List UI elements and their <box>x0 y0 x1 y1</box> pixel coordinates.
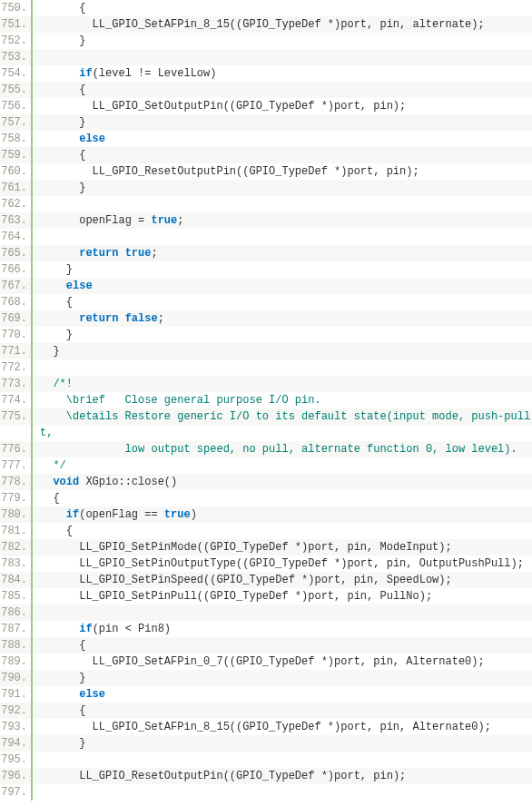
line-number: 765. <box>0 245 33 261</box>
code-content: } <box>33 343 532 359</box>
code-line: 782. LL_GPIO_SetPinMode((GPIO_TypeDef *)… <box>0 539 532 555</box>
line-number: 754. <box>0 65 33 82</box>
code-line: 785. LL_GPIO_SetPinPull((GPIO_TypeDef *)… <box>0 588 532 604</box>
code-line: 762. <box>0 196 532 212</box>
code-content: } <box>33 327 532 343</box>
line-number: 777. <box>0 457 33 474</box>
code-line: 784. LL_GPIO_SetPinSpeed((GPIO_TypeDef *… <box>0 572 532 588</box>
code-listing: 750. {751. LL_GPIO_SetAFPin_8_15((GPIO_T… <box>0 0 532 801</box>
line-number: 789. <box>0 654 33 670</box>
line-number: 775. <box>0 408 33 425</box>
line-number: 750. <box>0 0 33 16</box>
code-content: { <box>33 523 532 539</box>
line-number: 753. <box>0 49 33 65</box>
code-line: 775. \details Restore generic I/O to its… <box>0 408 532 425</box>
code-line: 773. /*! <box>0 376 532 392</box>
code-content: } <box>33 33 532 49</box>
code-content: if(openFlag == true) <box>33 506 532 523</box>
code-line: 761. } <box>0 180 532 196</box>
code-line: 777. */ <box>0 457 532 474</box>
code-content: { <box>33 294 532 310</box>
code-line: 786. <box>0 604 532 621</box>
code-content: } <box>33 114 532 131</box>
code-content: LL_GPIO_SetPinPull((GPIO_TypeDef *)port,… <box>33 588 532 604</box>
line-number: 797. <box>0 784 33 801</box>
code-line: 765. return true; <box>0 245 532 261</box>
code-line: 766. } <box>0 261 532 278</box>
code-line: 796. LL_GPIO_ResetOutputPin((GPIO_TypeDe… <box>0 768 532 784</box>
code-content: { <box>33 490 532 506</box>
code-content: } <box>33 670 532 686</box>
code-content: LL_GPIO_SetPinMode((GPIO_TypeDef *)port,… <box>33 539 532 555</box>
code-content: return true; <box>33 245 532 261</box>
code-line: 783. LL_GPIO_SetPinOutputType((GPIO_Type… <box>0 555 532 572</box>
code-line: 776. low output speed, no pull, alternat… <box>0 441 532 457</box>
line-number: 760. <box>0 163 33 180</box>
code-content: openFlag = true; <box>33 212 532 229</box>
code-content <box>33 604 532 621</box>
code-line: 790. } <box>0 670 532 686</box>
code-content: */ <box>33 457 532 474</box>
code-content <box>33 752 532 768</box>
code-content: void XGpio::close() <box>33 474 532 490</box>
line-number: 758. <box>0 131 33 147</box>
code-content: LL_GPIO_SetAFPin_8_15((GPIO_TypeDef *)po… <box>33 16 532 33</box>
line-number: 790. <box>0 670 33 686</box>
code-content: } <box>33 180 532 196</box>
code-content: else <box>33 131 532 147</box>
line-number: 796. <box>0 768 33 784</box>
code-content: LL_GPIO_SetPinOutputType((GPIO_TypeDef *… <box>33 555 532 572</box>
code-content: { <box>33 82 532 98</box>
code-line: 760. LL_GPIO_ResetOutputPin((GPIO_TypeDe… <box>0 163 532 180</box>
code-content: if(level != LevelLow) <box>33 65 532 82</box>
code-content: { <box>33 147 532 163</box>
line-number: 793. <box>0 719 33 735</box>
code-content: LL_GPIO_SetPinSpeed((GPIO_TypeDef *)port… <box>33 572 532 588</box>
line-number: 779. <box>0 490 33 506</box>
code-content: { <box>33 637 532 654</box>
line-number: 770. <box>0 327 33 343</box>
code-line: 764. <box>0 229 532 245</box>
code-line: 788. { <box>0 637 532 654</box>
line-number: 785. <box>0 588 33 604</box>
code-line: 769. return false; <box>0 310 532 327</box>
code-content: LL_GPIO_ResetOutputPin((GPIO_TypeDef *)p… <box>33 163 532 180</box>
code-content: /*! <box>33 376 532 392</box>
line-number: 774. <box>0 392 33 408</box>
code-line: 771. } <box>0 343 532 359</box>
code-content: if(pin < Pin8) <box>33 621 532 637</box>
line-number: 782. <box>0 539 33 555</box>
code-content: LL_GPIO_ResetOutputPin((GPIO_TypeDef *)p… <box>33 768 532 784</box>
line-number: 757. <box>0 114 33 131</box>
code-content <box>33 784 532 801</box>
line-number: 784. <box>0 572 33 588</box>
code-line: 768. { <box>0 294 532 310</box>
code-line: 795. <box>0 752 532 768</box>
code-line: 789. LL_GPIO_SetAFPin_0_7((GPIO_TypeDef … <box>0 654 532 670</box>
code-content: return false; <box>33 310 532 327</box>
code-line: 770. } <box>0 327 532 343</box>
code-content <box>33 49 532 65</box>
code-content: LL_GPIO_SetAFPin_0_7((GPIO_TypeDef *)por… <box>33 654 532 670</box>
code-content: LL_GPIO_SetAFPin_8_15((GPIO_TypeDef *)po… <box>33 719 532 735</box>
code-line: 793. LL_GPIO_SetAFPin_8_15((GPIO_TypeDef… <box>0 719 532 735</box>
line-number: 781. <box>0 523 33 539</box>
code-line: 794. } <box>0 735 532 752</box>
code-line: 750. { <box>0 0 532 16</box>
code-line: 797. <box>0 784 532 801</box>
code-line: 781. { <box>0 523 532 539</box>
line-number: 778. <box>0 474 33 490</box>
line-number: 786. <box>0 604 33 621</box>
line-number: 792. <box>0 703 33 719</box>
line-number: 773. <box>0 376 33 392</box>
code-line: 767. else <box>0 278 532 294</box>
code-line: 757. } <box>0 114 532 131</box>
code-line: 774. \brief Close general purpose I/O pi… <box>0 392 532 408</box>
code-line: 791. else <box>0 686 532 703</box>
code-line: 792. { <box>0 703 532 719</box>
line-number: 766. <box>0 261 33 278</box>
line-number: 764. <box>0 229 33 245</box>
line-number <box>0 425 33 441</box>
code-line: 778. void XGpio::close() <box>0 474 532 490</box>
code-line-wrap: t, <box>0 425 532 441</box>
